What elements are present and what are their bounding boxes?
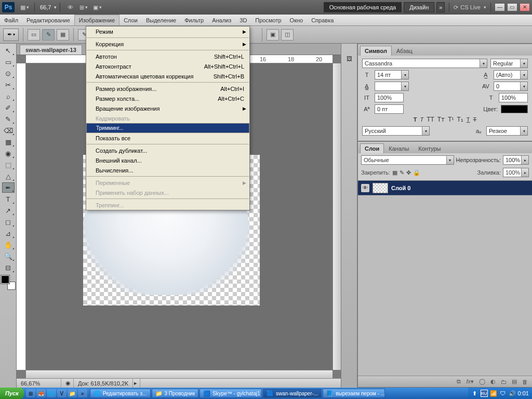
lock-pixels-icon[interactable]: ✎ bbox=[400, 169, 404, 176]
superscript-button[interactable]: T¹ bbox=[448, 116, 454, 123]
status-zoom[interactable]: 66,67% bbox=[17, 379, 61, 388]
path-mode-shape-icon[interactable]: ▭ bbox=[28, 29, 40, 41]
group-icon[interactable]: 🗀 bbox=[501, 379, 507, 385]
fontsize-select[interactable]: 14 пт▾ bbox=[375, 70, 409, 79]
tab-character[interactable]: Символ bbox=[360, 46, 392, 56]
tool-button[interactable]: ⌫ bbox=[2, 125, 15, 136]
lock-transparency-icon[interactable]: ▦ bbox=[392, 169, 397, 176]
tray-icon[interactable]: 🔊 bbox=[509, 390, 516, 397]
menu-редактирование[interactable]: Редактирование bbox=[22, 15, 74, 25]
ql-icon[interactable]: ⊞ bbox=[26, 389, 35, 397]
layer-row[interactable]: 👁 Слой 0 bbox=[358, 181, 532, 195]
menuitem[interactable]: Вычисления... bbox=[86, 165, 249, 175]
menu-выделение[interactable]: Выделение bbox=[142, 15, 180, 25]
vscale-input[interactable]: 100% bbox=[375, 93, 404, 102]
workspace-design-button[interactable]: Дизайн bbox=[404, 2, 434, 12]
tool-button[interactable]: ⌕ bbox=[2, 91, 15, 101]
tool-button[interactable]: ✒ bbox=[2, 182, 15, 193]
fill-input[interactable]: 100%▸ bbox=[503, 168, 529, 177]
zoom-level[interactable]: 66,7 bbox=[40, 4, 51, 10]
maximize-button[interactable]: ▭ bbox=[507, 3, 517, 11]
mask-icon[interactable]: ◯ bbox=[479, 378, 485, 385]
tool-button[interactable]: ▦ bbox=[2, 137, 15, 147]
taskbar-button[interactable]: 🟦Skype™ - gylchataj1 bbox=[200, 389, 262, 398]
font-family-select[interactable]: Cassandra▾ bbox=[362, 59, 487, 68]
menuitem[interactable]: Вращение изображения▶ bbox=[86, 103, 249, 113]
allcaps-button[interactable]: TT bbox=[427, 116, 434, 123]
menuitem[interactable]: Тримминг... bbox=[86, 123, 249, 133]
taskbar-button[interactable]: 🟦swan-wallpaper-... bbox=[263, 389, 322, 398]
tool-button[interactable]: ⊿ bbox=[2, 228, 15, 238]
tool-button[interactable]: ⬚ bbox=[2, 159, 15, 170]
workspace-more-button[interactable]: » bbox=[436, 2, 445, 12]
tool-button[interactable]: ◻ bbox=[2, 217, 15, 227]
tool-button[interactable]: ◉ bbox=[2, 148, 15, 158]
menu-фильтр[interactable]: Фильтр bbox=[180, 15, 208, 25]
path-op1-icon[interactable]: ▣ bbox=[267, 29, 279, 41]
smallcaps-button[interactable]: Tᴛ bbox=[437, 116, 445, 123]
status-whirl-icon[interactable]: ◉ bbox=[61, 379, 74, 388]
new-layer-icon[interactable]: ▤ bbox=[512, 378, 517, 385]
tab-channels[interactable]: Каналы bbox=[384, 143, 414, 153]
workspace-essentials-button[interactable]: Основная рабочая среда bbox=[324, 2, 402, 12]
menuitem[interactable]: Внешний канал... bbox=[86, 155, 249, 165]
trash-icon[interactable]: 🗑 bbox=[522, 379, 528, 385]
tool-button[interactable]: T bbox=[2, 194, 15, 204]
kerning-select[interactable]: ▾ bbox=[375, 82, 409, 91]
tool-button[interactable]: △ bbox=[2, 171, 15, 181]
menuitem[interactable]: Коррекция▶ bbox=[86, 39, 249, 49]
tray-icon[interactable]: 📶 bbox=[490, 390, 497, 397]
tool-button[interactable]: ⊟ bbox=[2, 262, 15, 273]
tray-clock[interactable]: 0:01 bbox=[518, 390, 529, 396]
menu-изображение[interactable]: Изображение bbox=[74, 15, 119, 25]
path-op2-icon[interactable]: ◫ bbox=[281, 29, 294, 41]
ql-icon[interactable]: 🌐 bbox=[47, 389, 56, 397]
layer-thumbnail[interactable] bbox=[373, 183, 388, 193]
menuitem[interactable]: АвтотонShift+Ctrl+L bbox=[86, 51, 249, 61]
menuitem[interactable]: АвтоконтрастAlt+Shift+Ctrl+L bbox=[86, 61, 249, 71]
text-color-swatch[interactable] bbox=[501, 105, 528, 113]
menu-файл[interactable]: Файл bbox=[0, 15, 22, 25]
ql-icon[interactable]: 📁 bbox=[68, 389, 77, 397]
tool-button[interactable]: ↖ bbox=[2, 45, 15, 56]
fx-icon[interactable]: fx▾ bbox=[466, 378, 474, 385]
italic-button[interactable]: T bbox=[420, 116, 423, 123]
menuitem[interactable]: Режим▶ bbox=[86, 26, 249, 36]
minimize-button[interactable]: — bbox=[495, 3, 505, 11]
ql-icon[interactable]: » bbox=[78, 389, 87, 397]
lock-all-icon[interactable]: 🔒 bbox=[413, 169, 420, 176]
scrollbar-vertical[interactable] bbox=[332, 63, 341, 370]
language-select[interactable]: Русский▾ bbox=[362, 126, 430, 136]
menuitem[interactable]: Размер изображения...Alt+Ctrl+I bbox=[86, 84, 249, 94]
menu-слои[interactable]: Слои bbox=[119, 15, 142, 25]
menu-3d[interactable]: 3D bbox=[235, 15, 251, 25]
menu-просмотр[interactable]: Просмотр bbox=[251, 15, 285, 25]
underline-button[interactable]: T bbox=[467, 116, 470, 123]
tab-layers[interactable]: Слои bbox=[360, 143, 384, 153]
menuitem[interactable]: Создать дубликат... bbox=[86, 145, 249, 155]
layer-name[interactable]: Слой 0 bbox=[391, 185, 410, 191]
tray-lang-icon[interactable]: RU bbox=[481, 390, 488, 397]
baseline-input[interactable]: 0 пт bbox=[375, 104, 404, 114]
antialias-select[interactable]: Резкое▾ bbox=[486, 126, 528, 136]
close-button[interactable]: ✕ bbox=[520, 3, 530, 11]
arrange-docs-icon[interactable]: ⊞▾ bbox=[78, 2, 89, 12]
tool-button[interactable]: ✐ bbox=[2, 102, 15, 113]
adjustment-icon[interactable]: ◐ bbox=[490, 378, 496, 385]
ql-icon[interactable]: 🦊 bbox=[36, 389, 46, 397]
visibility-icon[interactable]: 👁 bbox=[361, 184, 369, 192]
tool-button[interactable]: ⊙ bbox=[2, 68, 15, 78]
view-extras-icon[interactable]: 👁 bbox=[64, 2, 76, 12]
taskbar-button[interactable]: 🌐Редактировать з... bbox=[90, 389, 151, 398]
status-arrow-icon[interactable]: ▸ bbox=[133, 379, 140, 388]
tray-icon[interactable]: 🛡 bbox=[499, 390, 507, 397]
strike-button[interactable]: T bbox=[473, 116, 477, 123]
blend-mode-select[interactable]: Обычные▾ bbox=[361, 155, 454, 165]
lock-position-icon[interactable]: ✥ bbox=[406, 169, 411, 176]
tool-button[interactable]: ▭ bbox=[2, 57, 15, 67]
menu-справка[interactable]: Справка bbox=[307, 15, 338, 25]
path-mode-path-icon[interactable]: ✎ bbox=[42, 29, 55, 41]
menuitem[interactable]: Автоматическая цветовая коррекцияShift+C… bbox=[86, 71, 249, 81]
hscale-input[interactable]: 100% bbox=[499, 93, 528, 102]
tray-icon[interactable]: ⬆ bbox=[471, 390, 478, 397]
